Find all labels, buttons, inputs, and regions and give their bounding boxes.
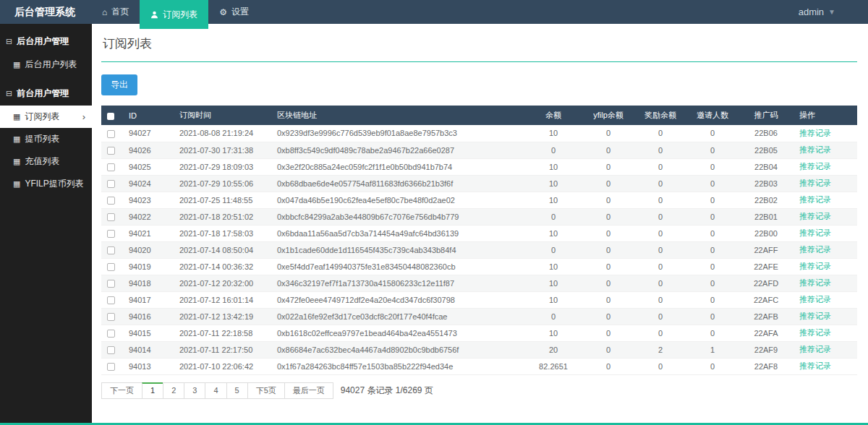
cell-id: 94026 <box>123 142 174 158</box>
row-checkbox[interactable] <box>107 197 115 205</box>
nav-item-subscription-list[interactable]: 订阅列表 <box>140 0 208 29</box>
row-checkbox[interactable] <box>107 363 115 371</box>
row-checkbox[interactable] <box>107 330 115 338</box>
cell-invites: 0 <box>686 241 739 258</box>
row-checkbox[interactable] <box>107 213 115 221</box>
row-checkbox[interactable] <box>107 296 115 304</box>
cell-time: 2021-07-12 20:32:00 <box>174 275 271 291</box>
referral-record-link[interactable]: 推荐记录 <box>799 295 831 304</box>
cell-address: 0x346c32197ef7f1a713730a415806233c12e11f… <box>271 275 524 291</box>
row-checkbox[interactable] <box>107 163 115 171</box>
nav-item-label: 订阅列表 <box>163 9 197 21</box>
cell-yfilp-balance: 0 <box>582 308 634 325</box>
cell-reward-balance: 0 <box>634 325 686 341</box>
row-checkbox[interactable] <box>107 263 115 271</box>
cell-time: 2021-07-30 17:31:38 <box>174 142 271 158</box>
page-button-4[interactable]: 4 <box>205 382 226 399</box>
row-checkbox[interactable] <box>107 230 115 238</box>
referral-record-link[interactable]: 推荐记录 <box>799 129 831 137</box>
referral-record-link[interactable]: 推荐记录 <box>799 195 831 204</box>
cell-time: 2021-07-11 22:18:58 <box>174 325 271 341</box>
page-button-最后一页[interactable]: 最后一页 <box>284 382 333 399</box>
referral-record-link[interactable]: 推荐记录 <box>799 345 831 353</box>
row-checkbox[interactable] <box>107 130 115 138</box>
referral-record-link[interactable]: 推荐记录 <box>799 361 831 370</box>
column-header: 余额 <box>524 106 582 125</box>
cell-promo-code: 22AF9 <box>739 341 793 358</box>
nav-item-settings[interactable]: ⚙设置 <box>208 0 260 24</box>
cell-reward-balance: 0 <box>634 225 686 241</box>
cell-reward-balance: 0 <box>634 291 686 308</box>
cell-promo-code: 22AF8 <box>739 358 793 374</box>
sidebar-section-frontend-user-mgmt[interactable]: ⊟前台用户管理 <box>0 76 92 106</box>
row-checkbox-cell <box>101 208 123 225</box>
table-body: 940272021-08-08 21:19:240x9239df3e9996c7… <box>101 125 857 374</box>
cell-invites: 0 <box>686 225 739 241</box>
user-menu[interactable]: admin ▼ <box>799 0 868 24</box>
page-button-5[interactable]: 5 <box>226 382 248 399</box>
row-checkbox-cell <box>101 358 123 374</box>
page-button-下一页[interactable]: 下一页 <box>101 382 142 399</box>
cell-action: 推荐记录 <box>793 192 857 208</box>
sidebar-item-withdraw-list[interactable]: ▦提币列表 <box>0 128 92 150</box>
referral-record-link[interactable]: 推荐记录 <box>799 228 831 237</box>
sidebar-item-label: 提币列表 <box>25 133 59 145</box>
table-row: 940272021-08-08 21:19:240x9239df3e9996c7… <box>101 125 857 142</box>
referral-record-link[interactable]: 推荐记录 <box>799 328 831 337</box>
cell-yfilp-balance: 0 <box>582 142 634 158</box>
export-button[interactable]: 导出 <box>101 74 137 95</box>
page-title: 订阅列表 <box>101 24 857 62</box>
cell-balance: 10 <box>524 275 582 291</box>
cell-invites: 0 <box>686 192 739 208</box>
cell-action: 推荐记录 <box>793 308 857 325</box>
cell-action: 推荐记录 <box>793 241 857 258</box>
nav-item-home[interactable]: ⌂首页 <box>91 0 140 24</box>
row-checkbox[interactable] <box>107 147 115 155</box>
row-checkbox[interactable] <box>107 313 115 321</box>
page-button-2[interactable]: 2 <box>163 382 184 399</box>
cell-balance: 10 <box>524 225 582 241</box>
sidebar-item-recharge-list[interactable]: ▦充值列表 <box>0 150 92 173</box>
referral-record-link[interactable]: 推荐记录 <box>799 312 831 320</box>
row-checkbox-cell <box>101 341 123 358</box>
cell-yfilp-balance: 0 <box>582 341 634 358</box>
cell-reward-balance: 0 <box>634 125 686 142</box>
row-checkbox[interactable] <box>107 180 115 188</box>
table-row: 940152021-07-11 22:18:580xb1618c02effcea… <box>101 325 857 341</box>
row-checkbox[interactable] <box>107 346 115 354</box>
cell-invites: 0 <box>686 358 739 374</box>
username: admin <box>799 7 824 17</box>
row-checkbox-cell <box>101 125 123 142</box>
cell-invites: 0 <box>686 175 739 192</box>
referral-record-link[interactable]: 推荐记录 <box>799 245 831 254</box>
page-button-1[interactable]: 1 <box>142 382 163 399</box>
sidebar-item-label: YFILP提币列表 <box>25 178 83 190</box>
cell-address: 0x022a16fe92ef3d17ce03dcf8c20f177e40f4fc… <box>271 308 524 325</box>
cell-id: 94027 <box>123 125 174 142</box>
referral-record-link[interactable]: 推荐记录 <box>799 162 831 171</box>
row-checkbox[interactable] <box>107 280 115 288</box>
row-checkbox[interactable] <box>107 246 115 254</box>
referral-record-link[interactable]: 推荐记录 <box>799 278 831 287</box>
sidebar-section-backend-user-mgmt[interactable]: ⊟后台用户管理 <box>0 24 92 53</box>
table-row: 940142021-07-11 22:17:500x86684e7ac632be… <box>101 341 857 358</box>
table-row: 940252021-07-29 18:09:030x3e2f20c885a24e… <box>101 158 857 175</box>
table-row: 940132021-07-10 22:06:420x1f67a284263bc8… <box>101 358 857 374</box>
select-all-checkbox[interactable] <box>107 113 114 120</box>
referral-record-link[interactable]: 推荐记录 <box>799 145 831 154</box>
sidebar-item-backend-user-list[interactable]: ▦后台用户列表 <box>0 53 92 76</box>
cell-address: 0x9239df3e9996c776d539eb9f01a8ae8e7957b3… <box>271 125 524 142</box>
referral-record-link[interactable]: 推荐记录 <box>799 212 831 220</box>
sidebar-item-subscription-list[interactable]: ▦订阅列表› <box>0 106 92 128</box>
cell-id: 94015 <box>123 325 174 341</box>
referral-record-link[interactable]: 推荐记录 <box>799 262 831 270</box>
page-button-下5页[interactable]: 下5页 <box>247 382 285 399</box>
page-button-3[interactable]: 3 <box>184 382 205 399</box>
table-row: 940232021-07-25 11:48:550x047da46b5e190c… <box>101 192 857 208</box>
sidebar: ⊟后台用户管理▦后台用户列表⊟前台用户管理▦订阅列表›▦提币列表▦充值列表▦YF… <box>0 24 92 423</box>
referral-record-link[interactable]: 推荐记录 <box>799 179 831 187</box>
cell-yfilp-balance: 0 <box>582 241 634 258</box>
cell-address: 0xb68dbae6de4e057754af811683fd6366b21b3f… <box>271 175 524 192</box>
cell-promo-code: 22AFF <box>739 241 793 258</box>
sidebar-item-yfilp-withdraw-list[interactable]: ▦YFILP提币列表 <box>0 173 92 195</box>
